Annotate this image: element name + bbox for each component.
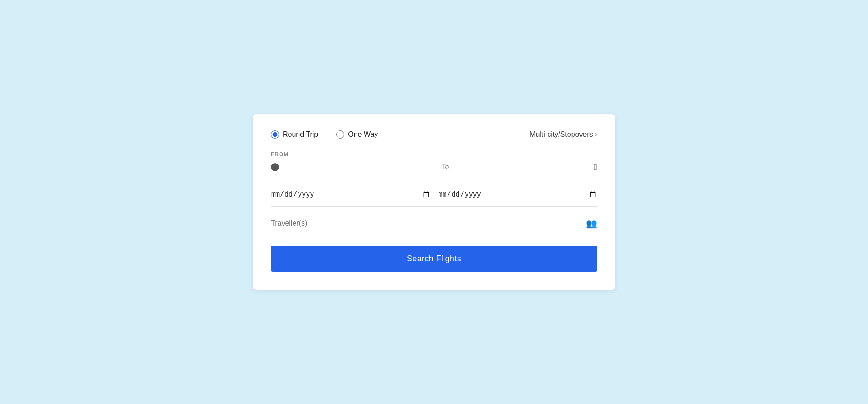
one-way-option[interactable]: One Way <box>336 130 378 139</box>
travellers-icon: 👥 <box>586 218 597 229</box>
location-pin-icon:  <box>594 163 597 172</box>
one-way-radio[interactable] <box>336 130 344 139</box>
multi-city-label: Multi-city/Stopovers <box>530 130 593 139</box>
from-field <box>271 161 434 173</box>
round-trip-option[interactable]: Round Trip <box>271 130 318 139</box>
to-field:  <box>434 161 598 173</box>
date-separator <box>434 187 434 202</box>
multi-city-link[interactable]: Multi-city/Stopovers › <box>530 130 597 139</box>
from-input[interactable] <box>283 161 427 173</box>
return-date-field <box>438 186 598 202</box>
travellers-row: 👥 <box>271 216 597 235</box>
travellers-input[interactable] <box>271 216 586 231</box>
location-dot-icon <box>271 163 279 171</box>
depart-date-field <box>271 186 430 202</box>
to-input[interactable] <box>442 161 591 173</box>
search-flights-button[interactable]: Search Flights <box>271 246 597 272</box>
trip-type-row: Round Trip One Way Multi-city/Stopovers … <box>271 130 597 139</box>
flight-search-card: Round Trip One Way Multi-city/Stopovers … <box>253 114 615 290</box>
round-trip-radio[interactable] <box>271 130 279 139</box>
chevron-right-icon: › <box>595 130 597 139</box>
from-to-row:  <box>271 161 597 177</box>
depart-date-input[interactable] <box>271 186 430 202</box>
from-to-section: FROM  <box>271 151 597 177</box>
date-row <box>271 186 597 207</box>
one-way-label: One Way <box>348 130 378 139</box>
return-date-input[interactable] <box>438 186 598 202</box>
round-trip-label: Round Trip <box>283 130 318 139</box>
from-label: FROM <box>271 151 597 158</box>
